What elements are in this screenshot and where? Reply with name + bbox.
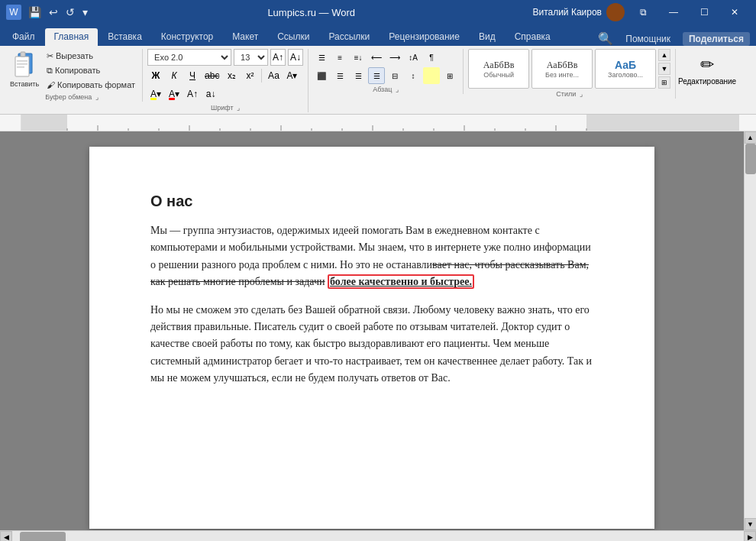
title-bar: W 💾 ↩ ↺ ▾ Lumpics.ru — Word Виталий Каир… bbox=[0, 0, 756, 24]
svg-rect-2 bbox=[21, 52, 25, 57]
italic-button[interactable]: К bbox=[166, 67, 183, 84]
align-center-button[interactable]: ☰ bbox=[331, 67, 348, 84]
undo-icon[interactable]: ↩ bbox=[47, 5, 60, 20]
tab-mailings[interactable]: Рассылки bbox=[319, 28, 379, 46]
increase-size-button[interactable]: А↑ bbox=[184, 86, 201, 102]
svg-rect-5 bbox=[17, 66, 24, 68]
show-formatting-button[interactable]: ¶ bbox=[423, 49, 440, 66]
ribbon-display-button[interactable]: ⧉ bbox=[628, 0, 658, 24]
styles-scroll-up[interactable]: ▲ bbox=[658, 49, 670, 61]
user-avatar[interactable] bbox=[606, 3, 625, 21]
scroll-thumb[interactable] bbox=[745, 144, 756, 174]
font-size-select[interactable]: 13 bbox=[234, 49, 268, 66]
column-button[interactable]: ⊟ bbox=[386, 67, 403, 84]
justify-button[interactable]: ☰ bbox=[368, 67, 385, 84]
style-heading[interactable]: АаБ Заголово... bbox=[595, 49, 656, 89]
numbering-button[interactable]: ≡ bbox=[331, 49, 348, 66]
save-icon[interactable]: 💾 bbox=[26, 5, 44, 20]
scroll-track[interactable] bbox=[745, 144, 757, 518]
styles-dialog-icon[interactable]: ⌟ bbox=[580, 90, 583, 98]
shading-button[interactable] bbox=[423, 67, 440, 84]
decrease-indent-button[interactable]: ⟵ bbox=[368, 49, 385, 66]
document-page: О нас Мы — группа энтузиастов, одержимых… bbox=[89, 147, 654, 529]
bold-button[interactable]: Ж bbox=[147, 67, 164, 84]
font-label: Шрифт ⌟ bbox=[147, 104, 303, 112]
highlight-color-button[interactable]: А▾ bbox=[147, 86, 164, 102]
scroll-h-track[interactable] bbox=[12, 531, 744, 542]
superscript-button[interactable]: x² bbox=[241, 67, 258, 84]
styles-scroll-buttons: ▲ ▼ ⊞ bbox=[658, 49, 670, 89]
editing-button[interactable]: ✏ Редактирование bbox=[680, 49, 734, 92]
para-row-2: ⬛ ☰ ☰ ☰ ⊟ ↕ ⊞ bbox=[313, 67, 458, 84]
tab-view[interactable]: Вид bbox=[470, 28, 505, 46]
copy-format-button[interactable]: 🖌 Копировать формат bbox=[44, 78, 137, 92]
styles-more-button[interactable]: ⊞ bbox=[658, 76, 670, 89]
editing-group: ✏ Редактирование bbox=[677, 49, 738, 94]
font-controls: Exo 2.0 13 A↑ A↓ Ж К Ч abc x₂ x² Аа bbox=[147, 49, 303, 102]
format-painter-icon: 🖌 bbox=[47, 80, 55, 89]
editing-group-content: ✏ Редактирование bbox=[680, 49, 734, 92]
para-row-1: ☰ ≡ ≡↓ ⟵ ⟶ ↕A ¶ bbox=[313, 49, 458, 66]
strikethrough-button[interactable]: abc bbox=[202, 67, 221, 84]
borders-button[interactable]: ⊞ bbox=[441, 67, 458, 84]
format-row: Ж К Ч abc x₂ x² Аа А▾ bbox=[147, 67, 303, 84]
scroll-right-button[interactable]: ▶ bbox=[744, 531, 756, 542]
tab-layout[interactable]: Макет bbox=[223, 28, 267, 46]
clipboard-dialog-icon[interactable]: ⌟ bbox=[95, 93, 99, 101]
clipboard-group-content: Вставить ✂ Вырезать ⧉ Копировать 🖌 Копир… bbox=[6, 49, 137, 92]
sort-button[interactable]: ↕A bbox=[405, 49, 422, 66]
document-title: О нас bbox=[150, 193, 593, 210]
scroll-up-button[interactable]: ▲ bbox=[745, 131, 757, 144]
maximize-button[interactable]: ☐ bbox=[689, 0, 719, 24]
styles-scroll-down[interactable]: ▼ bbox=[658, 63, 670, 75]
line-spacing-button[interactable]: ↕ bbox=[405, 67, 422, 84]
cut-button[interactable]: ✂ Вырезать bbox=[44, 49, 137, 63]
paragraph-group: ☰ ≡ ≡↓ ⟵ ⟶ ↕A ¶ ⬛ ☰ ☰ ☰ ⊟ ↕ ⊞ bbox=[310, 49, 464, 94]
tab-file[interactable]: Файл bbox=[3, 28, 44, 46]
scroll-left-button[interactable]: ◀ bbox=[0, 531, 12, 542]
decrease-font-button[interactable]: A↓ bbox=[288, 49, 303, 66]
tab-review[interactable]: Рецензирование bbox=[380, 28, 469, 46]
title-bar-left: W 💾 ↩ ↺ ▾ bbox=[6, 5, 90, 20]
customize-icon[interactable]: ▾ bbox=[80, 5, 90, 20]
tab-help[interactable]: Справка bbox=[506, 28, 560, 46]
close-button[interactable]: ✕ bbox=[719, 0, 750, 24]
svg-rect-4 bbox=[17, 63, 27, 65]
tab-insert[interactable]: Вставка bbox=[99, 28, 151, 46]
align-left-button[interactable]: ⬛ bbox=[313, 67, 330, 84]
font-name-select[interactable]: Exo 2.0 bbox=[147, 49, 231, 66]
multilevel-list-button[interactable]: ≡↓ bbox=[350, 49, 367, 66]
align-right-button[interactable]: ☰ bbox=[350, 67, 367, 84]
paragraph-dialog-icon[interactable]: ⌟ bbox=[396, 86, 399, 93]
minimize-button[interactable]: — bbox=[658, 0, 689, 24]
clipboard-small-buttons: ✂ Вырезать ⧉ Копировать 🖌 Копировать фор… bbox=[44, 49, 137, 92]
style-normal[interactable]: АаБбВв Обычный bbox=[468, 49, 529, 89]
increase-font-button[interactable]: A↑ bbox=[270, 49, 286, 66]
scroll-h-thumb[interactable] bbox=[20, 532, 66, 542]
user-area: Виталий Каиров bbox=[532, 3, 625, 21]
decrease-size-button[interactable]: а↓ bbox=[202, 86, 219, 102]
helper-button[interactable]: Помощник bbox=[619, 32, 677, 46]
tab-references[interactable]: Ссылки bbox=[268, 28, 318, 46]
tab-design[interactable]: Конструктор bbox=[152, 28, 222, 46]
document-scroll-area[interactable]: О нас Мы — группа энтузиастов, одержимых… bbox=[0, 131, 744, 530]
search-ribbon-icon[interactable]: 🔍 bbox=[598, 31, 613, 46]
tab-home[interactable]: Главная bbox=[45, 28, 99, 46]
subscript-button[interactable]: x₂ bbox=[223, 67, 240, 84]
redo-icon[interactable]: ↺ bbox=[63, 5, 77, 20]
underline-button[interactable]: Ч bbox=[184, 67, 201, 84]
font-color-button[interactable]: А▾ bbox=[166, 86, 183, 102]
bullets-button[interactable]: ☰ bbox=[313, 49, 330, 66]
copy-button[interactable]: ⧉ Копировать bbox=[44, 63, 137, 77]
font-dialog-icon[interactable]: ⌟ bbox=[237, 104, 240, 112]
style-no-spacing[interactable]: АаБбВв Без инте... bbox=[531, 49, 593, 89]
text-effects-button[interactable]: А▾ bbox=[283, 67, 300, 84]
horizontal-scrollbar: ◀ ▶ bbox=[0, 530, 756, 541]
clear-formatting-button[interactable]: Аа bbox=[265, 67, 282, 84]
paragraph-buttons: ☰ ≡ ≡↓ ⟵ ⟶ ↕A ¶ ⬛ ☰ ☰ ☰ ⊟ ↕ ⊞ bbox=[313, 49, 458, 84]
paste-button[interactable]: Вставить bbox=[6, 49, 43, 90]
share-button[interactable]: Поделиться bbox=[683, 32, 750, 46]
increase-indent-button[interactable]: ⟶ bbox=[386, 49, 403, 66]
scroll-down-button[interactable]: ▼ bbox=[745, 518, 757, 530]
editing-icon: ✏ bbox=[700, 55, 714, 75]
